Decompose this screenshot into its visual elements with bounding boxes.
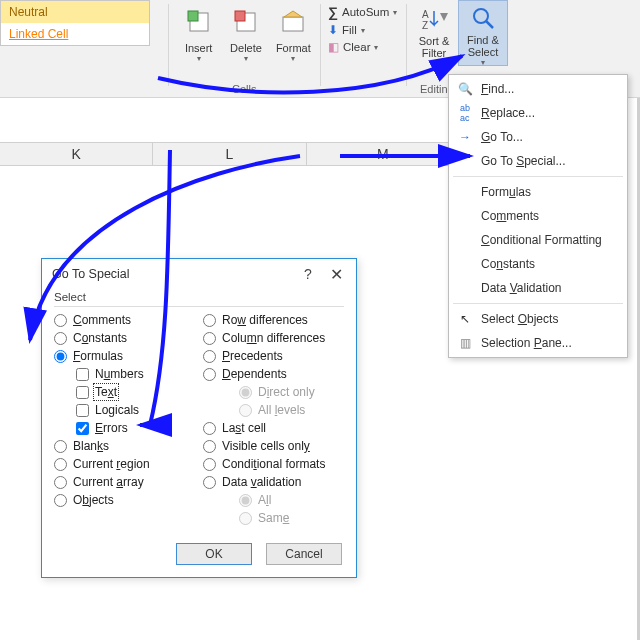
menu-replace[interactable]: abacReplace...Replace... xyxy=(449,101,627,125)
opt-current-region[interactable]: Current regionCurrent region xyxy=(54,457,195,471)
svg-point-8 xyxy=(474,9,488,23)
opt-col-diff[interactable]: Column differencesColumn differences xyxy=(203,331,344,345)
opt-text[interactable]: TextText xyxy=(54,385,195,399)
cells-group-label: Cells xyxy=(232,83,256,95)
opt-logicals[interactable]: LogicalsLogicals xyxy=(54,403,195,417)
opt-data-validation[interactable]: Data validationData validation xyxy=(203,475,344,489)
opt-current-array[interactable]: Current arrayCurrent array xyxy=(54,475,195,489)
opt-numbers[interactable]: NumbersNumbers xyxy=(54,367,195,381)
clear-button[interactable]: ◧Clear ▾ xyxy=(328,40,404,54)
cell-styles-gallery[interactable]: Neutral Linked Cell xyxy=(0,0,150,46)
opt-constants[interactable]: ConstantsConstants xyxy=(54,331,195,345)
cells-group: Insert▾ Delete▾ Format▾ xyxy=(178,4,314,84)
menu-find[interactable]: 🔍FFind...ind... xyxy=(449,77,627,101)
format-button[interactable]: Format▾ xyxy=(273,4,314,63)
col-header-m[interactable]: M xyxy=(307,143,460,165)
cursor-icon: ↖ xyxy=(457,311,473,327)
opt-dependents[interactable]: DependentsDependents xyxy=(203,367,344,381)
menu-goto[interactable]: →Go To...Go To... xyxy=(449,125,627,149)
replace-icon: abac xyxy=(457,105,473,121)
close-button[interactable]: ✕ xyxy=(322,265,350,284)
menu-select-objects[interactable]: ↖Select ObjectsSelect Objects xyxy=(449,307,627,331)
menu-comments[interactable]: CommentsComments xyxy=(449,204,627,228)
fill-button[interactable]: ⬇Fill ▾ xyxy=(328,23,404,37)
delete-button[interactable]: Delete▾ xyxy=(225,4,266,63)
style-neutral[interactable]: Neutral xyxy=(1,1,149,23)
column-headers[interactable]: K L M xyxy=(0,142,460,166)
opt-visible-cells[interactable]: Visible cells onlyVisible cells only xyxy=(203,439,344,453)
menu-constants[interactable]: ConstantsConstants xyxy=(449,252,627,276)
dialog-title: Go To Special xyxy=(52,267,130,281)
opt-same: SameSame xyxy=(203,511,344,525)
menu-conditional-formatting[interactable]: Conditional FormattingConditional Format… xyxy=(449,228,627,252)
autosum-button[interactable]: ∑AutoSum ▾ xyxy=(328,4,404,20)
left-column: CommentsComments ConstantsConstants Form… xyxy=(54,313,195,525)
svg-marker-5 xyxy=(284,11,302,17)
svg-text:Z: Z xyxy=(422,20,428,31)
dialog-titlebar[interactable]: Go To Special ? ✕ xyxy=(42,259,356,289)
find-select-button[interactable]: Find & Select▾ xyxy=(458,0,508,66)
eraser-icon: ◧ xyxy=(328,40,339,54)
opt-comments[interactable]: CommentsComments xyxy=(54,313,195,327)
find-select-menu: 🔍FFind...ind... abacReplace...Replace...… xyxy=(448,74,628,358)
menu-selection-pane[interactable]: ▥Selection Pane...Selection Pane... xyxy=(449,331,627,355)
arrow-right-icon: → xyxy=(457,129,473,145)
opt-cond-formats[interactable]: Conditional formatsConditional formats xyxy=(203,457,344,471)
format-cells-icon xyxy=(275,4,311,40)
svg-rect-3 xyxy=(235,11,245,21)
svg-text:A: A xyxy=(422,9,429,20)
select-section-label: Select xyxy=(54,291,344,307)
delete-cells-icon xyxy=(228,4,264,40)
col-header-l[interactable]: L xyxy=(153,143,306,165)
opt-formulas[interactable]: FormulasFormulas xyxy=(54,349,195,363)
opt-direct-only: Direct onlyDirect only xyxy=(203,385,344,399)
opt-last-cell[interactable]: Last cellLast cell xyxy=(203,421,344,435)
goto-special-dialog: Go To Special ? ✕ Select CommentsComment… xyxy=(41,258,357,578)
help-button[interactable]: ? xyxy=(294,266,322,282)
menu-formulas[interactable]: FormulasFormulas xyxy=(449,180,627,204)
style-linked-cell[interactable]: Linked Cell xyxy=(1,23,149,45)
svg-rect-4 xyxy=(283,17,303,31)
opt-objects[interactable]: ObjectsObjects xyxy=(54,493,195,507)
opt-row-diff[interactable]: Row differencesRow differences xyxy=(203,313,344,327)
menu-goto-special[interactable]: Go To Special...Go To Special... xyxy=(449,149,627,173)
insert-cells-icon xyxy=(181,4,217,40)
opt-blanks[interactable]: BlanksBlanks xyxy=(54,439,195,453)
opt-all: AllAll xyxy=(203,493,344,507)
insert-button[interactable]: Insert▾ xyxy=(178,4,219,63)
sort-filter-button[interactable]: AZ Sort & Filter▾ xyxy=(412,4,456,68)
opt-errors[interactable]: ErrorsErrors xyxy=(54,421,195,435)
svg-line-9 xyxy=(486,21,493,28)
magnifier-icon: 🔍 xyxy=(457,81,473,97)
ok-button[interactable]: OK xyxy=(176,543,252,565)
pane-icon: ▥ xyxy=(457,335,473,351)
opt-all-levels: All levelsAll levels xyxy=(203,403,344,417)
cancel-button[interactable]: Cancel xyxy=(266,543,342,565)
editing-small-buttons: ∑AutoSum ▾ ⬇Fill ▾ ◧Clear ▾ xyxy=(328,4,404,54)
col-header-k[interactable]: K xyxy=(0,143,153,165)
menu-data-validation[interactable]: Data ValidationData Validation xyxy=(449,276,627,300)
right-column: Row differencesRow differences Column di… xyxy=(203,313,344,525)
magnifier-icon xyxy=(465,3,501,33)
sigma-icon: ∑ xyxy=(328,4,338,20)
fill-down-icon: ⬇ xyxy=(328,23,338,37)
svg-rect-1 xyxy=(188,11,198,21)
sort-filter-icon: AZ xyxy=(416,4,452,34)
opt-precedents[interactable]: PrecedentsPrecedents xyxy=(203,349,344,363)
